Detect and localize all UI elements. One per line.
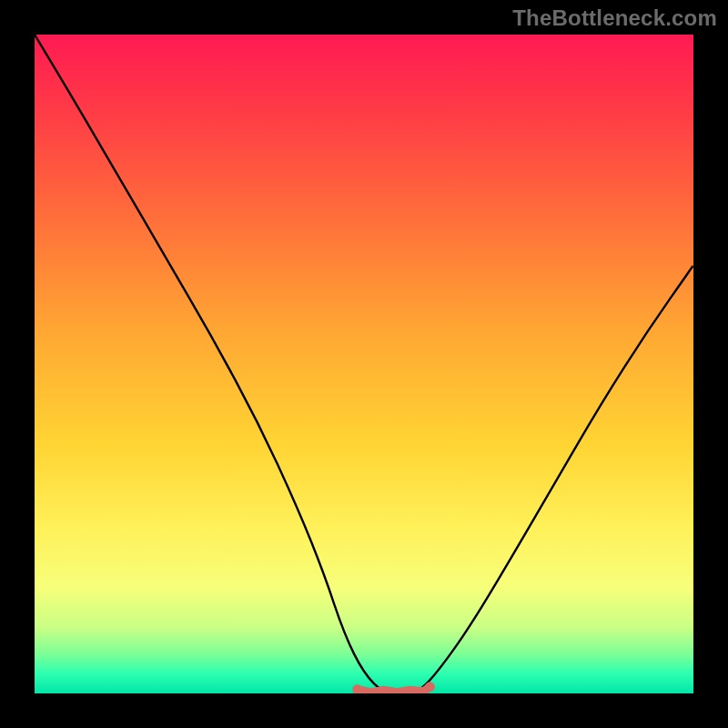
curve-line [35, 35, 693, 693]
flat-marker-endpoint [425, 682, 435, 692]
watermark-text: TheBottleneck.com [512, 5, 717, 31]
flat-marker-endpoint [352, 684, 362, 693]
flat-marker-path [358, 687, 430, 693]
plot-area [35, 35, 693, 693]
chart-overlay [35, 35, 693, 693]
flat-region-marker [352, 682, 435, 693]
bottleneck-curve [35, 35, 693, 693]
chart-frame: TheBottleneck.com [0, 0, 728, 728]
